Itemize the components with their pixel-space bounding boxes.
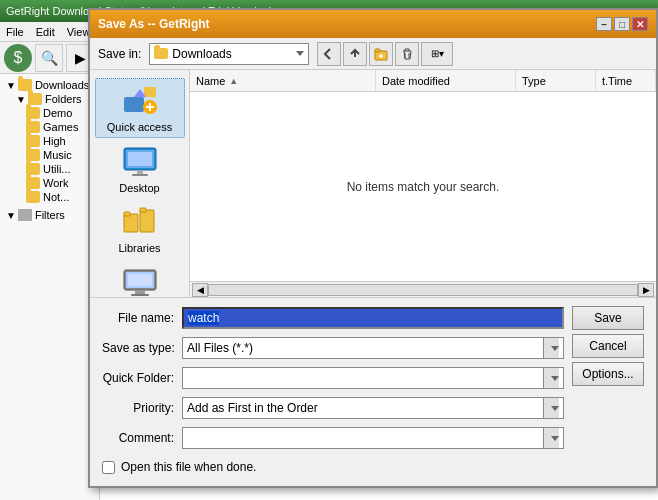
col-date-header[interactable]: Date modified [376, 70, 516, 91]
quickfolder-row: Quick Folder: [102, 366, 564, 390]
tree-demo[interactable]: Demo [4, 106, 95, 120]
quick-access-label: Quick access [107, 121, 172, 133]
filename-input[interactable] [182, 307, 564, 329]
minimize-button[interactable]: – [596, 17, 612, 31]
dialog-titlebar: Save As -- GetRight – □ ✕ [90, 10, 656, 38]
comment-arrow-icon[interactable] [543, 428, 559, 448]
savein-arrow-icon [296, 51, 304, 56]
svg-rect-2 [124, 97, 144, 112]
tree-work[interactable]: Work [4, 176, 95, 190]
scrollbar-track[interactable] [208, 284, 638, 296]
quickfolder-arrow-icon[interactable] [543, 368, 559, 388]
file-list: Name ▲ Date modified Type t.Time No item… [190, 70, 656, 297]
savein-value: Downloads [172, 47, 292, 61]
comment-row: Comment: [102, 426, 564, 450]
dialog-title: Save As -- GetRight [98, 17, 210, 31]
cancel-button[interactable]: Cancel [572, 334, 644, 358]
sidebar-item-desktop[interactable]: Desktop [95, 142, 185, 198]
save-as-dialog: Save As -- GetRight – □ ✕ Save in: Downl… [88, 8, 658, 488]
svg-rect-3 [144, 87, 156, 97]
priority-row: Priority: Add as First in the Order [102, 396, 564, 420]
dialog-main: Quick access Desktop [90, 70, 656, 297]
svg-rect-10 [124, 214, 138, 232]
delete-button[interactable] [395, 42, 419, 66]
quick-access-icon [120, 83, 160, 119]
priority-label: Priority: [102, 401, 182, 415]
tree-folders[interactable]: ▼ Folders [4, 92, 95, 106]
quickfolder-label: Quick Folder: [102, 371, 182, 385]
col-name-header[interactable]: Name ▲ [190, 70, 376, 91]
svg-rect-11 [124, 212, 130, 216]
svg-rect-9 [132, 174, 148, 176]
tree-music[interactable]: Music [4, 148, 95, 162]
menu-file[interactable]: File [6, 26, 24, 38]
saveastype-dropdown[interactable]: All Files (*.*) [182, 337, 564, 359]
nav-back-button[interactable] [317, 42, 341, 66]
sidebar-item-libraries[interactable]: Libraries [95, 202, 185, 258]
tree-utili[interactable]: Utili... [4, 162, 95, 176]
view-button[interactable]: ⊞▾ [421, 42, 453, 66]
checkbox-row: Open this file when done. [102, 456, 644, 478]
new-folder-button[interactable] [369, 42, 393, 66]
quick-access-sidebar: Quick access Desktop [90, 70, 190, 297]
svg-rect-8 [137, 170, 143, 174]
menu-view[interactable]: View [67, 26, 91, 38]
form-buttons: Save Cancel Options... [572, 306, 644, 386]
horizontal-scrollbar[interactable]: ◀ ▶ [190, 281, 656, 297]
savein-label: Save in: [98, 47, 141, 61]
quickfolder-dropdown[interactable] [182, 367, 564, 389]
sort-arrow-icon: ▲ [229, 76, 238, 86]
saveastype-value: All Files (*.*) [187, 341, 543, 355]
form-rows: File name: Save as type: All Files (*.*) [102, 306, 564, 456]
svg-rect-1 [375, 49, 380, 52]
savein-folder-icon [154, 48, 168, 59]
libraries-label: Libraries [118, 242, 160, 254]
svg-rect-16 [135, 290, 145, 294]
file-list-header: Name ▲ Date modified Type t.Time [190, 70, 656, 92]
scroll-left-button[interactable]: ◀ [192, 283, 208, 297]
libraries-icon [122, 206, 158, 240]
menu-edit[interactable]: Edit [36, 26, 55, 38]
desktop-label: Desktop [119, 182, 159, 194]
desktop-icon [122, 146, 158, 180]
tree-downloads[interactable]: ▼ Downloads [4, 78, 95, 92]
scroll-right-button[interactable]: ▶ [638, 283, 654, 297]
col-time-header[interactable]: t.Time [596, 70, 656, 91]
file-list-body: No items match your search. [190, 92, 656, 281]
open-when-done-label[interactable]: Open this file when done. [121, 460, 256, 474]
maximize-button[interactable]: □ [614, 17, 630, 31]
options-button[interactable]: Options... [572, 362, 644, 386]
saveastype-label: Save as type: [102, 341, 182, 355]
col-type-header[interactable]: Type [516, 70, 596, 91]
close-button[interactable]: ✕ [632, 17, 648, 31]
svg-rect-18 [128, 274, 152, 286]
empty-message: No items match your search. [347, 180, 500, 194]
comment-dropdown[interactable] [182, 427, 564, 449]
nav-up-button[interactable] [343, 42, 367, 66]
dialog-form: File name: Save as type: All Files (*.*) [90, 297, 656, 486]
saveastype-arrow-icon[interactable] [543, 338, 559, 358]
toolbar-icon-1[interactable]: $ [4, 44, 32, 72]
priority-value: Add as First in the Order [187, 401, 543, 415]
filename-row: File name: [102, 306, 564, 330]
tree-games[interactable]: Games [4, 120, 95, 134]
priority-arrow-icon[interactable] [543, 398, 559, 418]
sidebar-item-quick-access[interactable]: Quick access [95, 78, 185, 138]
comment-label: Comment: [102, 431, 182, 445]
tree-filters[interactable]: ▼ Filters [4, 208, 95, 222]
priority-dropdown[interactable]: Add as First in the Order [182, 397, 564, 419]
open-when-done-checkbox[interactable] [102, 461, 115, 474]
tree-high[interactable]: High [4, 134, 95, 148]
filename-label: File name: [102, 311, 182, 325]
tree-not[interactable]: Not... [4, 190, 95, 204]
saveastype-row: Save as type: All Files (*.*) [102, 336, 564, 360]
save-button[interactable]: Save [572, 306, 644, 330]
form-with-buttons: File name: Save as type: All Files (*.*) [102, 306, 644, 456]
svg-rect-12 [140, 210, 154, 232]
toolbar-icon-2[interactable]: 🔍 [35, 44, 63, 72]
sidebar-item-this-pc[interactable]: This PC [95, 262, 185, 297]
bg-sidebar: ▼ Downloads ▼ Folders Demo Games High [0, 74, 100, 500]
svg-rect-17 [131, 294, 149, 296]
savein-dropdown[interactable]: Downloads [149, 43, 309, 65]
dialog-toolbar: Save in: Downloads [90, 38, 656, 70]
